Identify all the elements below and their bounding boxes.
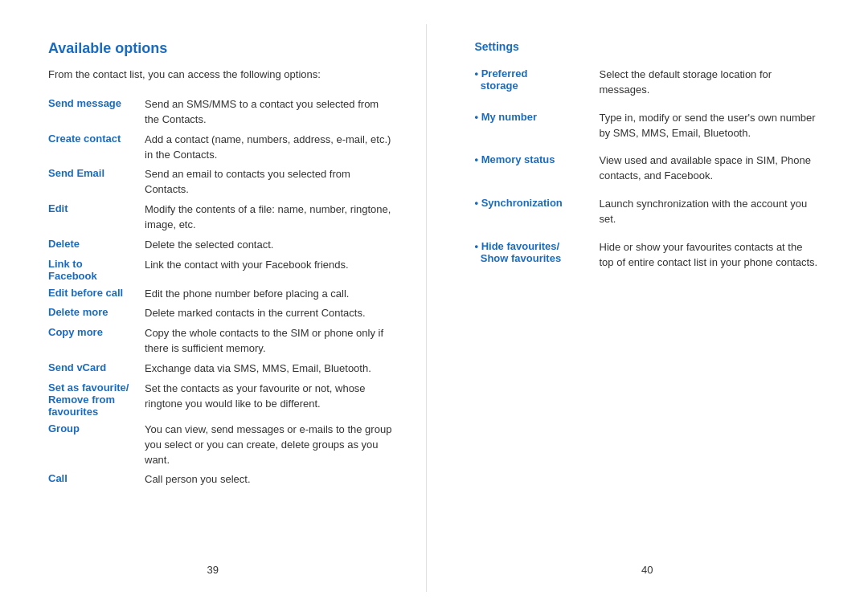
settings-table: • Preferred storageSelect the default st…	[475, 67, 821, 283]
option-desc: Send an SMS/MMS to a contact you selecte…	[145, 95, 394, 130]
option-row: EditModify the contents of a file: name,…	[48, 200, 394, 235]
settings-row: • My numberType in, modify or send the u…	[475, 111, 821, 154]
option-row: Create contactAdd a contact (name, numbe…	[48, 130, 394, 165]
option-desc: Call person you select.	[145, 470, 394, 490]
settings-bullet: • Hide favourites/ Show favourites	[475, 240, 600, 284]
option-label: Link to Facebook	[48, 255, 145, 284]
option-label: Call	[48, 470, 145, 490]
option-label: Send Email	[48, 165, 145, 200]
settings-row: • Preferred storageSelect the default st…	[475, 67, 821, 111]
option-row: Set as favourite/ Remove from favourites…	[48, 379, 394, 420]
settings-bullet: • Synchronization	[475, 197, 600, 240]
settings-heading: Settings	[475, 40, 821, 53]
option-row: Delete moreDelete marked contacts in the…	[48, 304, 394, 324]
right-page-number: 40	[641, 564, 653, 576]
option-label: Edit	[48, 200, 145, 235]
settings-row: • Hide favourites/ Show favouritesHide o…	[475, 240, 821, 284]
option-row: Edit before callEdit the phone number be…	[48, 284, 394, 304]
option-label: Send message	[48, 95, 145, 130]
option-desc: Modify the contents of a file: name, num…	[145, 200, 394, 235]
option-row: Send EmailSend an email to contacts you …	[48, 165, 394, 200]
settings-row: • Memory statusView used and available s…	[475, 153, 821, 197]
option-label: Edit before call	[48, 284, 145, 304]
option-desc: Add a contact (name, numbers, address, e…	[145, 130, 394, 165]
option-label: Copy more	[48, 324, 145, 359]
left-page-number: 39	[207, 564, 219, 576]
option-label: Send vCard	[48, 359, 145, 379]
option-desc: You can view, send messages or e-mails t…	[145, 420, 394, 471]
settings-desc: View used and available space in SIM, Ph…	[600, 153, 821, 197]
settings-desc: Hide or show your favourites contacts at…	[600, 240, 821, 284]
settings-desc: Launch synchronization with the account …	[600, 197, 821, 240]
option-label: Delete more	[48, 304, 145, 324]
option-desc: Exchange data via SMS, MMS, Email, Bluet…	[145, 359, 394, 379]
page-spread: Available options From the contact list,…	[0, 0, 868, 616]
option-row: Send vCardExchange data via SMS, MMS, Em…	[48, 359, 394, 379]
option-desc: Delete the selected contact.	[145, 235, 394, 255]
option-row: CallCall person you select.	[48, 470, 394, 490]
option-row: Send messageSend an SMS/MMS to a contact…	[48, 95, 394, 130]
settings-desc: Select the default storage location for …	[600, 67, 821, 111]
right-page: Settings • Preferred storageSelect the d…	[427, 24, 869, 592]
option-row: Copy moreCopy the whole contacts to the …	[48, 324, 394, 359]
settings-bullet: • Memory status	[475, 153, 600, 197]
option-desc: Copy the whole contacts to the SIM or ph…	[145, 324, 394, 359]
page-title: Available options	[48, 40, 394, 57]
options-table: Send messageSend an SMS/MMS to a contact…	[48, 95, 394, 490]
option-desc: Link the contact with your Facebook frie…	[145, 255, 394, 284]
settings-desc: Type in, modify or send the user's own n…	[600, 111, 821, 154]
option-label: Group	[48, 420, 145, 471]
left-page: Available options From the contact list,…	[0, 24, 427, 592]
option-row: Link to FacebookLink the contact with yo…	[48, 255, 394, 284]
settings-bullet: • Preferred storage	[475, 67, 600, 111]
option-desc: Delete marked contacts in the current Co…	[145, 304, 394, 324]
option-desc: Send an email to contacts you selected f…	[145, 165, 394, 200]
option-row: DeleteDelete the selected contact.	[48, 235, 394, 255]
settings-bullet: • My number	[475, 111, 600, 154]
option-label: Create contact	[48, 130, 145, 165]
option-desc: Set the contacts as your favourite or no…	[145, 379, 394, 420]
option-label: Delete	[48, 235, 145, 255]
option-row: GroupYou can view, send messages or e-ma…	[48, 420, 394, 471]
settings-row: • SynchronizationLaunch synchronization …	[475, 197, 821, 240]
option-label: Set as favourite/ Remove from favourites	[48, 379, 145, 420]
option-desc: Edit the phone number before placing a c…	[145, 284, 394, 304]
intro-text: From the contact list, you can access th…	[48, 68, 394, 80]
